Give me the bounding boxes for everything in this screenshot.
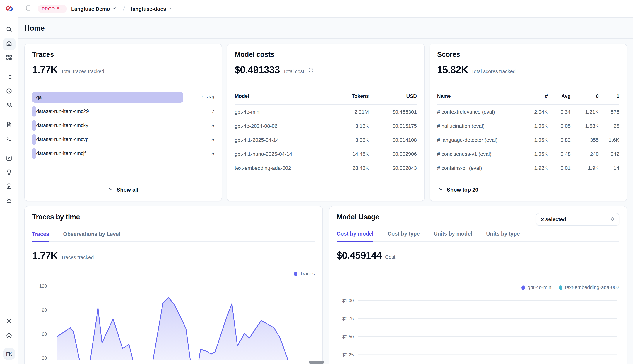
sidebar-item-home[interactable] [3,38,15,50]
table-row: gpt-4o-mini2.21M$0.456301 [235,105,417,119]
model-select-value: 2 selected [541,216,566,222]
terminal-icon [6,136,12,143]
sidebar-item-annotation[interactable] [3,181,15,193]
column-header-name: Name [437,90,522,105]
tab-observations-by-level[interactable]: Observations by Level [63,231,120,242]
model-usage-tabs: Cost by model Cost by type Units by mode… [337,231,619,242]
sidebar-item-sessions[interactable] [3,86,15,98]
sidebar-item-dashboards[interactable] [3,52,15,64]
table-row: # contextrelevance (eval)2.04K0.341.21K5… [437,105,619,119]
horizontal-scrollbar-thumb[interactable] [309,361,324,364]
traces-tracked-value: 1.77K [32,250,58,262]
search-icon [6,26,12,34]
tab-cost-by-type[interactable]: Cost by type [388,231,420,241]
model-usage-header: Model Usage 2 selected [337,213,619,226]
score-count-cell: 1.96K [522,119,548,133]
breadcrumb-slash-icon [121,6,127,12]
users-icon [6,102,12,110]
score-one-cell: 25 [599,119,619,133]
trace-bar-fill [32,92,183,103]
traces-metric-label: Total traces tracked [61,69,104,74]
scores-metric-label: Total scores tracked [471,69,515,74]
user-avatar[interactable]: FK [3,348,15,360]
clock-icon [6,88,12,96]
model-name-cell: text-embedding-ada-002 [235,161,325,174]
score-zero-cell: 240 [570,147,599,161]
sidebar-toggle-button[interactable] [24,4,33,14]
svg-text:30: 30 [42,356,47,360]
show-all-button[interactable]: Show all [32,187,214,194]
organization-switcher[interactable]: Langfuse Demo [71,6,117,12]
sidebar-item-settings[interactable] [3,316,15,328]
sidebar-item-insights[interactable] [3,167,15,179]
legend-dot-gpt-4o-mini [522,285,525,290]
info-icon[interactable] [308,67,313,72]
tab-units-by-type[interactable]: Units by type [486,231,520,241]
file-code-icon [6,122,12,129]
score-zero-cell: 1.21K [570,105,599,119]
legend-label: text-embedding-ada-002 [565,285,619,290]
trace-bar-label: qa [36,94,42,100]
usd-cell: $0.002843 [369,161,417,174]
trace-bar-row: dataset-run-item-cmcjf 5 [32,148,214,159]
legend-label: Traces [300,271,315,276]
summary-cards-row: Traces 1.77K Total traces tracked qa 1,7… [24,44,627,201]
trace-bar-row: dataset-run-item-cmcky 5 [32,120,214,131]
sidebar-item-search[interactable] [3,24,15,36]
sidebar-item-support[interactable] [3,330,15,342]
model-name-cell: gpt-4.1-nano-2025-04-14 [235,147,325,161]
scores-metric: 15.82K Total scores tracked [437,64,619,76]
legend-dot-text-embedding-ada-002 [559,285,562,290]
score-one-cell: 576 [599,105,619,119]
model-select-dropdown[interactable]: 2 selected [536,213,619,226]
score-name-cell: # contains-pii (eval) [437,161,522,174]
trace-bar-value: 5 [211,136,214,142]
score-zero-cell: 1.58K [570,119,599,133]
tab-traces[interactable]: Traces [32,231,49,242]
model-costs-title: Model costs [235,50,417,59]
sidebar-item-tracing[interactable] [3,72,15,84]
model-usage-title: Model Usage [337,213,379,221]
column-header-model: Model [235,90,325,105]
traces-chart-legend: Traces [32,271,315,276]
project-switcher[interactable]: langfuse-docs [131,6,173,12]
table-row: gpt-4.1-2025-04-143.38K$0.014108 [235,133,417,147]
trace-bar-label: dataset-run-item-cmcvp [36,136,89,142]
tokens-cell: 3.38K [324,133,369,147]
sidebar-bottom: FK [3,316,15,360]
tab-cost-by-model[interactable]: Cost by model [337,231,374,241]
traces-by-time-title: Traces by time [32,213,315,221]
model-name-cell: gpt-4o-mini [235,105,325,119]
column-header-count: # [522,90,548,105]
legend-item: gpt-4o-mini [522,285,552,290]
model-usage-legend: gpt-4o-mini text-embedding-ada-002 [337,285,619,290]
score-count-cell: 1.95K [522,147,548,161]
score-one-cell: 242 [599,147,619,161]
cost-metric-value: $0.459144 [337,250,382,261]
trace-bar-value: 5 [211,122,214,128]
model-costs-metric-value: $0.491333 [235,64,280,76]
table-row: gpt-4o-2024-08-063.13K$0.015175 [235,119,417,133]
score-name-cell: # language-detector (eval) [437,133,522,147]
sidebar-item-evaluation[interactable] [3,153,15,165]
show-top-20-button[interactable]: Show top 20 [437,187,619,194]
tokens-cell: 28.43K [324,161,369,174]
tokens-cell: 3.13K [324,119,369,133]
environment-badge: PROD-EU [38,4,67,13]
cost-metric: $0.459144 Cost [337,250,619,261]
score-name-cell: # hallucination (eval) [437,119,522,133]
sidebar-item-users[interactable] [3,100,15,112]
column-header-avg: Avg [548,90,570,105]
scores-table: Name # Avg 0 1 # contextrelevance (eval)… [437,90,619,174]
legend-dot-traces [294,272,297,276]
legend-item: text-embedding-ada-002 [559,285,619,290]
sidebar-item-playground[interactable] [3,133,15,146]
langfuse-logo-icon [5,4,14,13]
svg-text:$0.25: $0.25 [342,352,353,357]
sidebar-item-datasets[interactable] [3,195,15,207]
tab-units-by-model[interactable]: Units by model [434,231,472,241]
show-top-20-label: Show top 20 [447,187,478,193]
traces-metric-value: 1.77K [32,64,58,76]
show-all-label: Show all [117,187,139,193]
sidebar-item-prompts[interactable] [3,119,15,132]
